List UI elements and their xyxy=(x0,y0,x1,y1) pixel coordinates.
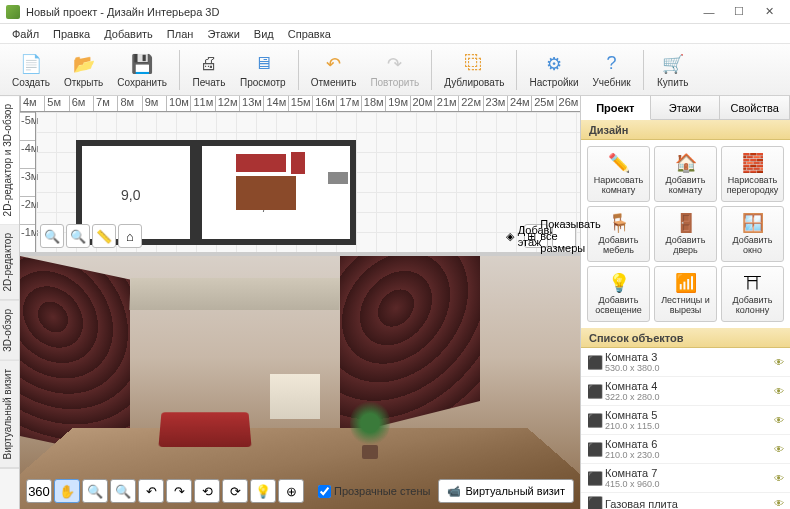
right-tab-этажи[interactable]: Этажи xyxy=(651,96,721,119)
right-tab-проект[interactable]: Проект xyxy=(581,96,651,120)
canvas-area: 4м5м6м7м8м9м10м11м12м13м14м15м16м17м18м1… xyxy=(20,96,580,509)
object-item[interactable]: ⬛Комната 4322.0 x 280.0👁 xyxy=(581,377,790,406)
zoom-in-3d-button[interactable]: 🔍 xyxy=(82,479,108,503)
учебник-icon: ? xyxy=(600,52,624,76)
show-dims-button[interactable]: ⊞Показывать все размеры xyxy=(552,224,576,248)
zoom-out-3d-button[interactable]: 🔍 xyxy=(110,479,136,503)
design-btn[interactable]: 💡Добавить освещение xyxy=(587,266,650,322)
tv-2d[interactable] xyxy=(328,172,348,184)
object-icon: ⬛ xyxy=(587,413,605,428)
home-button[interactable]: ⌂ xyxy=(118,224,142,248)
rotate-right-button[interactable]: ⟳ xyxy=(222,479,248,503)
дублировать-icon: ⿻ xyxy=(462,52,486,76)
maximize-button[interactable]: ☐ xyxy=(724,0,754,24)
toolbar-дублировать[interactable]: ⿻Дублировать xyxy=(438,50,510,90)
menu-план[interactable]: План xyxy=(161,26,200,42)
купить-icon: 🛒 xyxy=(661,52,685,76)
toolbar-separator xyxy=(298,50,299,90)
печать-icon: 🖨 xyxy=(197,52,221,76)
просмотр-icon: 🖥 xyxy=(251,52,275,76)
toolbar-просмотр[interactable]: 🖥Просмотр xyxy=(234,50,292,90)
close-button[interactable]: ✕ xyxy=(754,0,784,24)
room-1-label: 9,0 xyxy=(121,187,140,203)
left-tab-3[interactable]: Виртуальный визит xyxy=(0,361,19,469)
left-tab-1[interactable]: 2D-редактор xyxy=(0,225,19,301)
toolbar-открыть[interactable]: 📂Открыть xyxy=(58,50,109,90)
objects-header: Список объектов xyxy=(581,328,790,348)
toolbar-купить[interactable]: 🛒Купить xyxy=(650,50,696,90)
virtual-visit-button[interactable]: 📹Виртуальный визит xyxy=(438,479,574,503)
design-btn[interactable]: 🧱Нарисовать перегородку xyxy=(721,146,784,202)
sofa-2d[interactable] xyxy=(236,154,286,172)
rotate-left-button[interactable]: ⟲ xyxy=(194,479,220,503)
ruler-button[interactable]: 📏 xyxy=(92,224,116,248)
floorplan-canvas[interactable]: 9,0 20,0 🔍 🔍 📏 ⌂ ◈Добавить этаж ⊞Показыв… xyxy=(36,112,580,252)
toolbar-отменить[interactable]: ↶Отменить xyxy=(305,50,363,90)
object-item[interactable]: ⬛Комната 7415.0 x 960.0👁 xyxy=(581,464,790,493)
visibility-icon[interactable]: 👁 xyxy=(774,357,784,368)
design-btn[interactable]: ✏️Нарисовать комнату xyxy=(587,146,650,202)
menu-справка[interactable]: Справка xyxy=(282,26,337,42)
design-btn[interactable]: 🏠Добавить комнату xyxy=(654,146,717,202)
ruler-vertical: -5м-4м-3м-2м-1м xyxy=(20,112,36,252)
design-btn[interactable]: 🪟Добавить окно xyxy=(721,206,784,262)
light-button[interactable]: 💡 xyxy=(250,479,276,503)
object-icon: ⬛ xyxy=(587,384,605,399)
left-tab-0[interactable]: 2D-редактор и 3D-обзор xyxy=(0,96,19,225)
right-panel: ПроектЭтажиСвойства Дизайн ✏️Нарисовать … xyxy=(580,96,790,509)
object-icon: ⬛ xyxy=(587,471,605,486)
visibility-icon[interactable]: 👁 xyxy=(774,473,784,484)
visibility-icon[interactable]: 👁 xyxy=(774,444,784,455)
design-icon: 💡 xyxy=(608,272,630,294)
visibility-icon[interactable]: 👁 xyxy=(774,498,784,509)
toolbar-separator xyxy=(516,50,517,90)
minimize-button[interactable]: — xyxy=(694,0,724,24)
view3d-right: Прозрачные стены 📹Виртуальный визит xyxy=(318,479,574,503)
visibility-icon[interactable]: 👁 xyxy=(774,386,784,397)
design-btn[interactable]: ⛩Добавить колонну xyxy=(721,266,784,322)
zoom-out-button[interactable]: 🔍 xyxy=(66,224,90,248)
toolbar-печать[interactable]: 🖨Печать xyxy=(186,50,232,90)
right-tab-свойства[interactable]: Свойства xyxy=(720,96,790,119)
zoom-in-button[interactable]: 🔍 xyxy=(40,224,64,248)
menu-файл[interactable]: Файл xyxy=(6,26,45,42)
повторить-icon: ↷ xyxy=(383,52,407,76)
orbit-button[interactable]: 360 xyxy=(26,479,52,503)
view-2d[interactable]: -5м-4м-3м-2м-1м 9,0 20,0 🔍 🔍 📏 ⌂ ◈Добави… xyxy=(20,112,580,252)
view-3d[interactable]: 360 ✋ 🔍 🔍 ↶ ↷ ⟲ ⟳ 💡 ⊕ Прозрачные стены 📹… xyxy=(20,256,580,509)
toolbar-настройки[interactable]: ⚙Настройки xyxy=(523,50,584,90)
menu-этажи[interactable]: Этажи xyxy=(201,26,245,42)
object-item[interactable]: ⬛Газовая плита👁 xyxy=(581,493,790,509)
отменить-icon: ↶ xyxy=(322,52,346,76)
toolbar-сохранить[interactable]: 💾Сохранить xyxy=(111,50,173,90)
object-item[interactable]: ⬛Комната 5210.0 x 115.0👁 xyxy=(581,406,790,435)
plant-3d[interactable] xyxy=(350,399,390,459)
visibility-icon[interactable]: 👁 xyxy=(774,415,784,426)
undo-3d-button[interactable]: ↶ xyxy=(138,479,164,503)
menu-вид[interactable]: Вид xyxy=(248,26,280,42)
toolbar: 📄Создать📂Открыть💾Сохранить🖨Печать🖥Просмо… xyxy=(0,44,790,96)
redo-3d-button[interactable]: ↷ xyxy=(166,479,192,503)
app-icon xyxy=(6,5,20,19)
toolbar-учебник[interactable]: ?Учебник xyxy=(587,50,637,90)
left-tab-2[interactable]: 3D-обзор xyxy=(0,301,19,361)
object-item[interactable]: ⬛Комната 3530.0 x 380.0👁 xyxy=(581,348,790,377)
view2d-tools: 🔍 🔍 📏 ⌂ xyxy=(40,224,142,248)
ruler-horizontal: 4м5м6м7м8м9м10м11м12м13м14м15м16м17м18м1… xyxy=(20,96,580,112)
sofa-3d[interactable] xyxy=(158,412,251,447)
carpet-2d[interactable] xyxy=(236,176,296,210)
titlebar: Новый проект - Дизайн Интерьера 3D — ☐ ✕ xyxy=(0,0,790,24)
transparent-walls-checkbox[interactable]: Прозрачные стены xyxy=(318,485,430,498)
menu-добавить[interactable]: Добавить xyxy=(98,26,159,42)
chair-2d[interactable] xyxy=(291,152,305,174)
design-icon: 📶 xyxy=(675,272,697,294)
toolbar-создать[interactable]: 📄Создать xyxy=(6,50,56,90)
tv-stand-3d[interactable] xyxy=(270,374,320,419)
design-btn[interactable]: 🚪Добавить дверь xyxy=(654,206,717,262)
object-item[interactable]: ⬛Комната 6210.0 x 230.0👁 xyxy=(581,435,790,464)
pan-button[interactable]: ✋ xyxy=(54,479,80,503)
menu-правка[interactable]: Правка xyxy=(47,26,96,42)
settings-3d-button[interactable]: ⊕ xyxy=(278,479,304,503)
design-btn[interactable]: 📶Лестницы и вырезы xyxy=(654,266,717,322)
создать-icon: 📄 xyxy=(19,52,43,76)
